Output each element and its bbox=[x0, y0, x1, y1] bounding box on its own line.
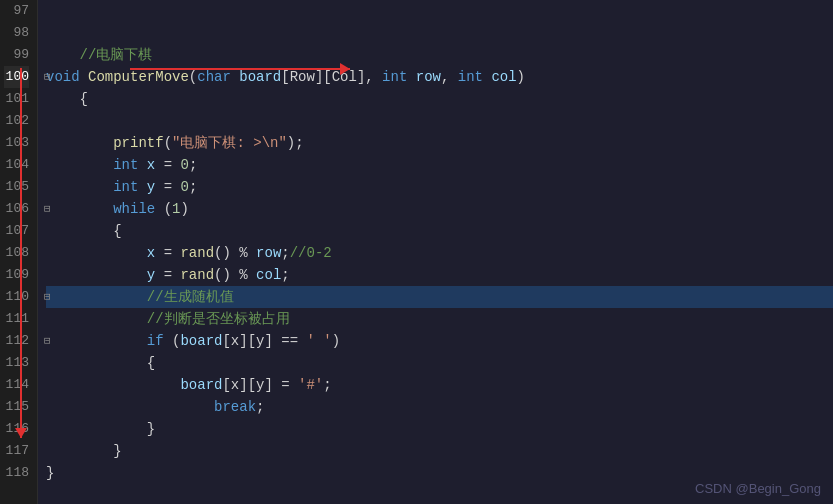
token bbox=[46, 176, 113, 198]
token: //电脑下棋 bbox=[80, 44, 153, 66]
token: = bbox=[155, 242, 180, 264]
token bbox=[138, 154, 146, 176]
token: 0 bbox=[180, 154, 188, 176]
token: int bbox=[113, 154, 138, 176]
token: rand bbox=[180, 264, 214, 286]
code-line-112: ⊟ if (board[x][y] == ' ') bbox=[46, 330, 833, 352]
code-line-115: break; bbox=[46, 396, 833, 418]
fold-marker-100[interactable]: ⊟ bbox=[44, 66, 51, 88]
down-arrow bbox=[20, 68, 22, 438]
fold-marker-110[interactable]: ⊟ bbox=[44, 286, 51, 308]
line-number-98: 98 bbox=[4, 22, 29, 44]
code-line-107: { bbox=[46, 220, 833, 242]
token: ; bbox=[281, 242, 289, 264]
token bbox=[46, 330, 147, 352]
watermark: CSDN @Begin_Gong bbox=[695, 481, 821, 496]
token: ; bbox=[189, 154, 197, 176]
token: } bbox=[46, 418, 155, 440]
line-number-108: 108 bbox=[4, 242, 29, 264]
token: () % bbox=[214, 242, 256, 264]
line-number-103: 103 bbox=[4, 132, 29, 154]
token: y bbox=[147, 264, 155, 286]
line-number-118: 118 bbox=[4, 462, 29, 484]
token: = bbox=[155, 264, 180, 286]
token: () % bbox=[214, 264, 256, 286]
token: [x][y] == bbox=[222, 330, 306, 352]
token bbox=[46, 44, 80, 66]
token: printf bbox=[113, 132, 163, 154]
token: row bbox=[416, 66, 441, 88]
code-editor: 9798991001011021031041051061071081091101… bbox=[0, 0, 833, 504]
code-line-99: //电脑下棋 bbox=[46, 44, 833, 66]
token: ; bbox=[256, 396, 264, 418]
token: [x][y] = bbox=[222, 374, 298, 396]
code-line-116: } bbox=[46, 418, 833, 440]
token: ( bbox=[155, 198, 172, 220]
code-line-110: ⊟ //生成随机值 bbox=[46, 286, 833, 308]
token: int bbox=[382, 66, 407, 88]
token: 0 bbox=[180, 176, 188, 198]
code-line-113: { bbox=[46, 352, 833, 374]
line-number-109: 109 bbox=[4, 264, 29, 286]
code-line-98 bbox=[46, 22, 833, 44]
line-number-110: 110 bbox=[4, 286, 29, 308]
code-line-97 bbox=[46, 0, 833, 22]
line-number-97: 97 bbox=[4, 0, 29, 22]
token: int bbox=[113, 176, 138, 198]
code-area: 9798991001011021031041051061071081091101… bbox=[0, 0, 833, 504]
code-line-104: int x = 0; bbox=[46, 154, 833, 176]
code-line-102 bbox=[46, 110, 833, 132]
token bbox=[46, 374, 180, 396]
line-number-102: 102 bbox=[4, 110, 29, 132]
token: = bbox=[155, 154, 180, 176]
token bbox=[46, 308, 147, 330]
line-number-112: 112 bbox=[4, 330, 29, 352]
token: { bbox=[46, 220, 122, 242]
token: board bbox=[180, 330, 222, 352]
code-line-101: { bbox=[46, 88, 833, 110]
token: ; bbox=[189, 176, 197, 198]
line-number-99: 99 bbox=[4, 44, 29, 66]
line-number-104: 104 bbox=[4, 154, 29, 176]
token: int bbox=[458, 66, 483, 88]
token: col bbox=[256, 264, 281, 286]
token: } bbox=[46, 440, 122, 462]
token bbox=[483, 66, 491, 88]
token bbox=[46, 132, 113, 154]
fold-marker-112[interactable]: ⊟ bbox=[44, 330, 51, 352]
line-number-101: 101 bbox=[4, 88, 29, 110]
line-number-113: 113 bbox=[4, 352, 29, 374]
line-number-107: 107 bbox=[4, 220, 29, 242]
token: ); bbox=[287, 132, 304, 154]
token: y bbox=[147, 176, 155, 198]
token bbox=[46, 264, 147, 286]
token: row bbox=[256, 242, 281, 264]
token bbox=[80, 66, 88, 88]
line-number-111: 111 bbox=[4, 308, 29, 330]
line-number-117: 117 bbox=[4, 440, 29, 462]
token: ) bbox=[517, 66, 525, 88]
token: ' ' bbox=[306, 330, 331, 352]
fold-marker-106[interactable]: ⊟ bbox=[44, 198, 51, 220]
code-line-106: ⊟ while (1) bbox=[46, 198, 833, 220]
token: if bbox=[147, 330, 164, 352]
code-content[interactable]: //电脑下棋⊟void ComputerMove(char board[Row]… bbox=[38, 0, 833, 504]
token: { bbox=[46, 352, 155, 374]
token: break bbox=[214, 396, 256, 418]
token: //判断是否坐标被占用 bbox=[147, 308, 290, 330]
token: board bbox=[180, 374, 222, 396]
token bbox=[46, 286, 147, 308]
token bbox=[407, 66, 415, 88]
code-line-108: x = rand() % row;//0-2 bbox=[46, 242, 833, 264]
right-arrow bbox=[130, 68, 350, 70]
token bbox=[46, 242, 147, 264]
token bbox=[138, 176, 146, 198]
line-number-106: 106 bbox=[4, 198, 29, 220]
code-line-117: } bbox=[46, 440, 833, 462]
token bbox=[46, 396, 214, 418]
line-number-114: 114 bbox=[4, 374, 29, 396]
token: 1 bbox=[172, 198, 180, 220]
token: //0-2 bbox=[290, 242, 332, 264]
token: x bbox=[147, 154, 155, 176]
token: '#' bbox=[298, 374, 323, 396]
